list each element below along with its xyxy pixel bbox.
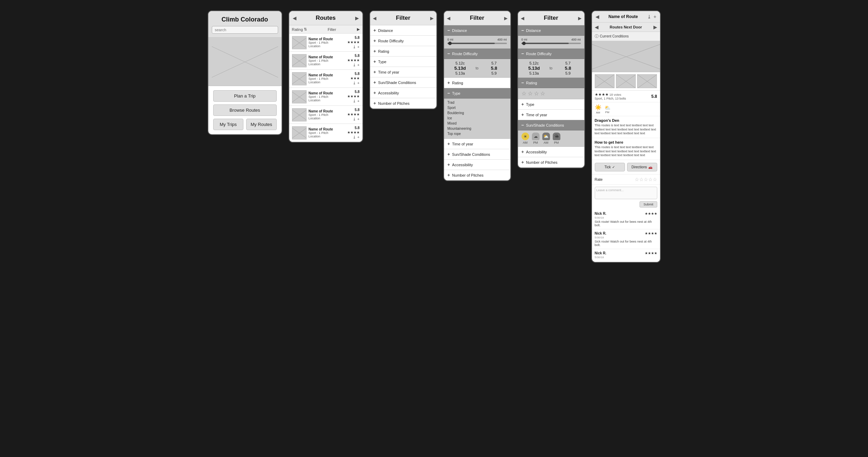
filter-sunshade-header[interactable]: − Sun/Shade Conditions bbox=[518, 120, 584, 130]
filter-time-item[interactable]: + Time of year bbox=[444, 139, 510, 149]
add-icon[interactable]: + bbox=[357, 135, 359, 139]
vote-count: 18 votes bbox=[609, 93, 621, 96]
cloud-pm-icon[interactable]: ☁ PM bbox=[532, 133, 540, 144]
submit-button[interactable]: Submit bbox=[640, 201, 657, 208]
slider-thumb[interactable] bbox=[448, 42, 452, 45]
add-icon[interactable]: + bbox=[357, 117, 359, 121]
filter-rating-item[interactable]: + Rating bbox=[370, 46, 436, 57]
collapse-icon: − bbox=[521, 28, 524, 33]
list-item[interactable]: Mountaineering bbox=[448, 126, 507, 131]
list-item[interactable]: Ice bbox=[448, 116, 507, 121]
list-item[interactable]: Trad bbox=[448, 100, 507, 105]
distance-slider[interactable] bbox=[521, 43, 581, 44]
star-4[interactable]: ☆ bbox=[540, 90, 545, 97]
list-item[interactable]: Sport bbox=[448, 105, 507, 110]
search-input[interactable] bbox=[212, 26, 278, 34]
list-item[interactable]: Top rope bbox=[448, 131, 507, 136]
review-stars: ★★★★ bbox=[645, 251, 657, 255]
filter-accessibility-item[interactable]: + Accessibility bbox=[518, 147, 584, 157]
filter-difficulty-item[interactable]: + Route Difficulty bbox=[370, 36, 436, 46]
star-3[interactable]: ☆ bbox=[534, 90, 539, 97]
table-row[interactable]: Name of Route Sport - 1 Pitch Location 5… bbox=[289, 70, 362, 88]
back-arrow-icon[interactable]: ◀ bbox=[293, 15, 297, 21]
table-row[interactable]: Name of Route Sport - 1 Pitch Location 5… bbox=[289, 88, 362, 106]
table-row[interactable]: Name of Route Sport - 1 Pitch Location 5… bbox=[289, 106, 362, 124]
filter-difficulty-header[interactable]: − Route Difficulty bbox=[444, 49, 510, 59]
back-arrow-icon[interactable]: ◀ bbox=[373, 16, 376, 21]
list-item[interactable]: Mixed bbox=[448, 121, 507, 126]
filter-pitches-item[interactable]: + Number of Pitches bbox=[518, 157, 584, 168]
tick-button[interactable]: Tick ✓ bbox=[595, 163, 625, 171]
my-trips-button[interactable]: My Trips bbox=[213, 119, 244, 130]
filter-distance-header[interactable]: − Distance bbox=[444, 25, 510, 36]
star-1[interactable]: ☆ bbox=[521, 90, 526, 97]
rating-filter-label[interactable]: Rating ⇅ bbox=[292, 27, 307, 32]
filter-distance-header[interactable]: − Distance bbox=[518, 25, 584, 36]
thumbnail-2[interactable] bbox=[616, 74, 636, 88]
star-2[interactable]: ☆ bbox=[528, 90, 533, 97]
filter-accessibility-item[interactable]: + Accessibility bbox=[370, 88, 436, 98]
filter-arrow-icon[interactable]: ▶ bbox=[357, 27, 360, 32]
table-row[interactable]: Name of Route Sport - 1 Pitch Location 5… bbox=[289, 124, 362, 142]
header-icons: ⤓ + bbox=[647, 14, 656, 19]
subnav-back-icon[interactable]: ◀ bbox=[595, 24, 599, 30]
plan-trip-button[interactable]: Plan a Trip bbox=[213, 90, 277, 102]
storm-pm-icon[interactable]: 🌦 PM bbox=[553, 133, 560, 144]
forward-arrow-icon[interactable]: ▶ bbox=[578, 16, 582, 21]
download-icon[interactable]: ⤓ bbox=[353, 45, 356, 49]
table-row[interactable]: Name of Route Sport - 1 Pitch Location 5… bbox=[289, 34, 362, 52]
filter-rating-item[interactable]: + Rating bbox=[444, 78, 510, 88]
filter-accessibility-item[interactable]: + Accessibility bbox=[444, 160, 510, 170]
rain-am-icon[interactable]: ⛅ AM bbox=[542, 133, 550, 144]
reviewer-name: Nick R. bbox=[595, 251, 607, 255]
add-icon[interactable]: + bbox=[357, 81, 359, 85]
route-type-info: Sport, 1 Pitch, 13 bolts bbox=[595, 97, 626, 100]
add-icon[interactable]: + bbox=[653, 14, 656, 19]
add-icon[interactable]: + bbox=[357, 99, 359, 103]
list-item[interactable]: Bouldering bbox=[448, 110, 507, 116]
filter-sunshade-item[interactable]: + Sun/Shade Conditions bbox=[370, 77, 436, 88]
back-arrow-icon[interactable]: ◀ bbox=[595, 14, 599, 19]
browse-routes-button[interactable]: Browse Routes bbox=[213, 104, 277, 116]
type-label: Type bbox=[452, 91, 460, 95]
filter-button[interactable]: Filter bbox=[328, 27, 336, 32]
back-arrow-icon[interactable]: ◀ bbox=[447, 16, 450, 21]
my-routes-button[interactable]: My Routes bbox=[246, 119, 277, 130]
back-arrow-icon[interactable]: ◀ bbox=[521, 16, 524, 21]
forward-arrow-icon[interactable]: ▶ bbox=[504, 16, 508, 21]
forward-arrow-icon[interactable]: ▶ bbox=[355, 15, 359, 21]
action-buttons-row: Tick ✓ Directions 🚗 bbox=[592, 160, 660, 175]
distance-slider[interactable] bbox=[448, 43, 507, 44]
thumbnail-1[interactable] bbox=[595, 74, 615, 88]
rate-stars[interactable]: ☆☆☆☆☆ bbox=[635, 177, 657, 182]
filter-pitches-item[interactable]: + Number of Pitches bbox=[370, 98, 436, 109]
download-icon[interactable]: ⤓ bbox=[353, 81, 356, 85]
download-icon[interactable]: ⤓ bbox=[353, 135, 356, 139]
directions-button[interactable]: Directions 🚗 bbox=[627, 163, 657, 171]
filter-pitches-item[interactable]: + Number of Pitches bbox=[444, 170, 510, 180]
filter-time-item[interactable]: + Time of year bbox=[370, 67, 436, 77]
download-icon[interactable]: ⤓ bbox=[353, 99, 356, 103]
filter-rating-header[interactable]: − Rating bbox=[518, 78, 584, 88]
add-icon[interactable]: + bbox=[357, 45, 359, 49]
download-icon[interactable]: ⤓ bbox=[647, 14, 651, 19]
filter-type-item[interactable]: + Type bbox=[518, 99, 584, 110]
download-icon[interactable]: ⤓ bbox=[353, 63, 356, 67]
slider-thumb[interactable] bbox=[522, 42, 526, 45]
table-row[interactable]: Name of Route Sport - 1 Pitch Location 5… bbox=[289, 52, 362, 70]
filter-difficulty-header[interactable]: − Route Difficulty bbox=[518, 49, 584, 59]
filter-sunshade-item[interactable]: + Sun/Shade Conditions bbox=[444, 149, 510, 160]
thumbnail-3[interactable] bbox=[637, 74, 657, 88]
filter-type-header[interactable]: − Type bbox=[444, 88, 510, 99]
download-icon[interactable]: ⤓ bbox=[353, 117, 356, 121]
subnav-forward-icon[interactable]: ▶ bbox=[653, 24, 657, 30]
difficulty-to: to bbox=[474, 66, 480, 70]
sun-am-icon[interactable]: ☀ AM bbox=[521, 133, 529, 144]
filter-distance-item[interactable]: + Distance bbox=[370, 25, 436, 36]
pm-label: PM bbox=[605, 111, 609, 114]
add-icon[interactable]: + bbox=[357, 63, 359, 67]
filter-type-item[interactable]: + Type bbox=[370, 57, 436, 67]
rate-row: Rate ☆☆☆☆☆ bbox=[592, 175, 660, 185]
forward-arrow-icon[interactable]: ▶ bbox=[430, 16, 434, 21]
filter-time-item[interactable]: + Time of year bbox=[518, 110, 584, 120]
